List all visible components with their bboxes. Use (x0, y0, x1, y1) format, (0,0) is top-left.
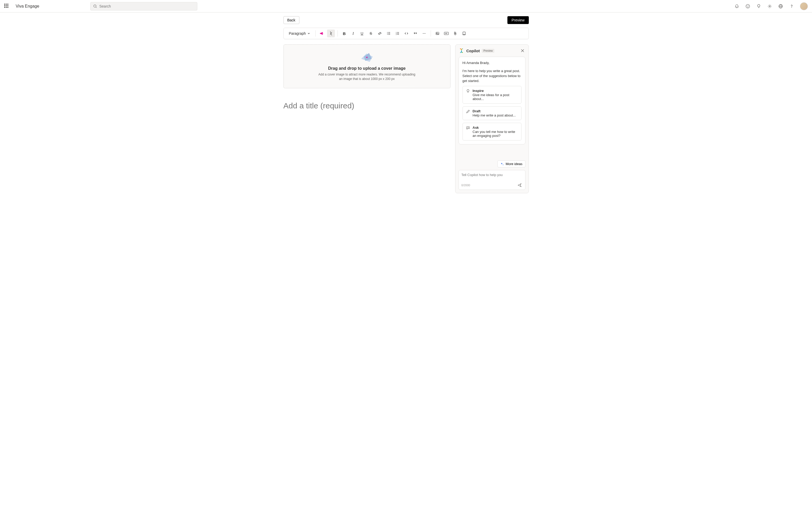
svg-line-1 (96, 7, 97, 7)
dropzone-illustration-icon (289, 51, 445, 63)
italic-button[interactable]: I (349, 29, 357, 37)
copilot-input[interactable] (461, 173, 523, 177)
copilot-panel: Copilot Preview Hi Amanda Brady, I'm her… (455, 44, 529, 193)
copilot-intro: I'm here to help you write a great post.… (463, 69, 522, 84)
bold-button[interactable]: B (340, 29, 348, 37)
suggestion-label: Ask (473, 126, 518, 130)
svg-text:GIF: GIF (445, 33, 448, 34)
char-count: 0/2000 (461, 184, 470, 187)
svg-rect-14 (388, 32, 390, 32)
svg-point-25 (425, 33, 425, 34)
title-input[interactable] (283, 101, 450, 110)
svg-point-11 (387, 32, 388, 33)
suggestion-sub: Can you tell me how to write an engaging… (473, 130, 518, 138)
cover-image-dropzone[interactable]: Drag and drop to upload a cover image Ad… (283, 44, 450, 88)
svg-point-12 (387, 33, 388, 34)
strikethrough-button[interactable]: S (367, 29, 375, 37)
paragraph-style-dropdown[interactable]: Paragraph (286, 30, 313, 37)
svg-point-4 (748, 5, 749, 6)
copilot-intro-card: Hi Amanda Brady, I'm here to help you wr… (458, 57, 525, 145)
copilot-input-wrap: 0/2000 (458, 170, 525, 190)
editor-column: Drag and drop to upload a cover image Ad… (283, 44, 450, 110)
topbar: Viva Engage (0, 0, 812, 12)
suggestion-label: Inspire (473, 89, 518, 93)
numbered-list-button[interactable]: 123 (394, 29, 401, 37)
more-ideas-row: More ideas (458, 157, 525, 167)
sparkle-icon (500, 162, 504, 166)
dropzone-heading: Drag and drop to upload a cover image (289, 66, 445, 71)
brand-label: Viva Engage (16, 4, 39, 9)
svg-text:3: 3 (396, 34, 396, 35)
globe-icon[interactable] (778, 4, 783, 9)
svg-rect-15 (388, 33, 390, 33)
topbar-actions (734, 2, 808, 10)
preview-button[interactable]: Preview (507, 16, 529, 24)
attachment-button[interactable] (451, 29, 459, 37)
chat-question-icon (466, 126, 470, 138)
quote-button[interactable] (411, 29, 419, 37)
send-icon[interactable] (517, 182, 523, 188)
lightbulb-icon[interactable] (756, 4, 761, 9)
suggestion-sub: Give me ideas for a post about... (473, 93, 518, 101)
svg-point-27 (437, 33, 437, 33)
underline-button[interactable]: U (358, 29, 366, 37)
link-button[interactable] (376, 29, 384, 37)
back-button[interactable]: Back (283, 16, 299, 24)
svg-point-0 (94, 5, 96, 7)
preview-badge: Preview (482, 49, 494, 53)
search-container (90, 2, 197, 10)
svg-point-6 (769, 5, 771, 7)
gear-icon[interactable] (767, 4, 772, 9)
avatar[interactable] (800, 2, 808, 10)
copilot-greeting: Hi Amanda Brady, (463, 60, 522, 66)
copilot-logo-icon (458, 48, 464, 54)
app-root: Viva Engage (0, 0, 812, 520)
help-icon[interactable] (789, 4, 794, 9)
svg-rect-21 (397, 33, 399, 33)
svg-rect-16 (388, 34, 390, 34)
paragraph-style-label: Paragraph (289, 31, 306, 35)
copilot-title: Copilot (467, 49, 480, 53)
book-button[interactable] (460, 29, 468, 37)
svg-point-3 (747, 5, 747, 6)
svg-rect-26 (436, 32, 439, 35)
notifications-icon[interactable] (734, 4, 739, 9)
more-ideas-label: More ideas (506, 162, 522, 166)
bullet-list-button[interactable] (385, 29, 393, 37)
svg-point-10 (791, 7, 792, 7)
gif-button[interactable]: GIF (442, 29, 450, 37)
suggestion-sub: Help me write a post about... (473, 113, 516, 117)
svg-point-38 (468, 128, 468, 129)
svg-point-2 (746, 4, 750, 8)
svg-point-23 (423, 33, 423, 34)
chevron-down-icon (307, 32, 310, 35)
dropzone-subtext: Add a cover image to attract more reader… (317, 72, 417, 81)
suggestion-draft[interactable]: Draft Help me write a post about... (463, 106, 522, 120)
editor-toolbar: Paragraph B I U S 123 (283, 28, 529, 39)
copilot-toolbar-button[interactable] (327, 29, 335, 37)
announce-icon[interactable] (318, 29, 326, 37)
code-button[interactable] (402, 29, 410, 37)
more-ideas-button[interactable]: More ideas (498, 160, 525, 167)
suggestion-ask[interactable]: Ask Can you tell me how to write an enga… (463, 123, 522, 140)
more-button[interactable] (420, 29, 428, 37)
search-input-wrapper[interactable] (90, 2, 197, 10)
suggestion-label: Draft (473, 109, 516, 113)
search-input[interactable] (100, 4, 195, 8)
image-button[interactable] (433, 29, 441, 37)
copilot-header: Copilot Preview (458, 48, 525, 54)
content-wrap: Back Preview Paragraph B I U S (278, 12, 534, 193)
pencil-icon (466, 109, 470, 117)
svg-rect-30 (463, 32, 466, 35)
svg-rect-22 (397, 34, 399, 34)
search-icon (93, 4, 97, 8)
svg-rect-20 (397, 32, 399, 32)
suggestion-inspire[interactable]: Inspire Give me ideas for a post about..… (463, 86, 522, 104)
lightbulb-icon (466, 89, 470, 101)
svg-point-13 (387, 34, 388, 35)
subbar: Back Preview (283, 12, 529, 28)
close-icon[interactable] (520, 48, 525, 54)
emoji-icon[interactable] (745, 4, 750, 9)
svg-point-24 (424, 33, 424, 34)
app-launcher-icon[interactable] (4, 4, 9, 9)
